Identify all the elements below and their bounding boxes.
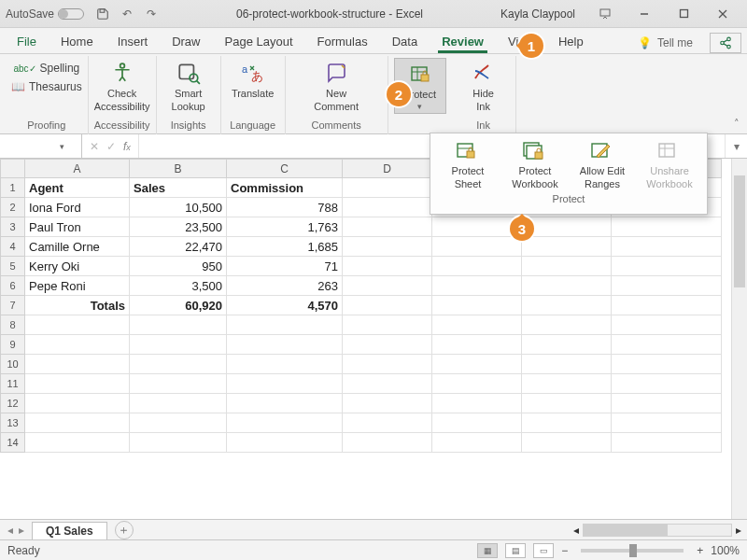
zoom-out-icon[interactable]: − <box>561 544 568 557</box>
spelling-button[interactable]: abc✓ Spelling <box>13 62 79 75</box>
cancel-formula-icon[interactable]: ✕ <box>90 140 99 153</box>
cell[interactable]: Iona Ford <box>25 198 130 217</box>
cell[interactable]: 263 <box>227 276 343 296</box>
cell[interactable] <box>612 237 722 257</box>
protect-sheet-button[interactable]: ProtectSheet <box>437 139 499 189</box>
redo-icon[interactable]: ↷ <box>144 7 159 21</box>
cell[interactable] <box>432 257 522 276</box>
cell[interactable] <box>522 296 612 315</box>
cell[interactable]: 950 <box>130 257 227 276</box>
cell[interactable] <box>227 355 343 374</box>
tab-file[interactable]: File <box>6 29 48 53</box>
maximize-icon[interactable] <box>665 1 702 27</box>
tab-draw[interactable]: Draw <box>161 29 211 53</box>
protect-workbook-button[interactable]: ProtectWorkbook <box>504 139 566 189</box>
cell[interactable] <box>612 296 722 315</box>
col-header-B[interactable]: B <box>130 160 227 178</box>
cell[interactable] <box>343 413 432 433</box>
cell[interactable] <box>343 237 432 257</box>
cell[interactable] <box>227 394 343 413</box>
autosave-toggle[interactable]: AutoSave <box>6 7 84 21</box>
save-icon[interactable] <box>95 7 110 21</box>
cell[interactable] <box>522 217 612 237</box>
cell[interactable]: 23,500 <box>130 217 227 237</box>
sheet-nav-next-icon[interactable]: ▸ <box>19 524 24 537</box>
cell[interactable] <box>343 178 432 198</box>
cell[interactable] <box>522 335 612 355</box>
cell[interactable] <box>612 335 722 355</box>
view-page-break-icon[interactable]: ▭ <box>533 543 554 558</box>
cell[interactable] <box>522 276 612 296</box>
autosave-switch-icon[interactable] <box>58 8 84 20</box>
cell[interactable] <box>612 374 722 394</box>
cell[interactable] <box>612 217 722 237</box>
cell[interactable] <box>25 374 130 394</box>
cell[interactable] <box>130 335 227 355</box>
cell[interactable] <box>343 217 432 237</box>
hscroll-left-icon[interactable]: ◂ <box>573 524 579 537</box>
cell[interactable] <box>130 374 227 394</box>
cell[interactable] <box>432 335 522 355</box>
cell[interactable] <box>227 335 343 355</box>
row-header[interactable]: 12 <box>1 394 25 413</box>
cell[interactable]: 1,763 <box>227 217 343 237</box>
cell[interactable] <box>343 355 432 374</box>
tab-home[interactable]: Home <box>49 29 105 53</box>
tab-data[interactable]: Data <box>381 29 429 53</box>
cell[interactable] <box>432 374 522 394</box>
row-header[interactable]: 7 <box>1 296 25 315</box>
cell[interactable] <box>130 394 227 413</box>
collapse-ribbon-icon[interactable]: ˄ <box>734 118 740 130</box>
share-button[interactable] <box>710 33 741 53</box>
cell[interactable] <box>25 315 130 335</box>
cell[interactable] <box>432 296 522 315</box>
expand-formula-bar-icon[interactable]: ▾ <box>725 134 747 158</box>
row-header[interactable]: 1 <box>1 178 25 198</box>
tab-review[interactable]: Review <box>430 29 495 53</box>
row-header[interactable]: 6 <box>1 276 25 296</box>
smart-lookup-button[interactable]: Smart Lookup <box>162 58 215 112</box>
cell[interactable] <box>612 315 722 335</box>
cell[interactable]: Paul Tron <box>25 217 130 237</box>
cell[interactable] <box>522 374 612 394</box>
cell[interactable] <box>343 296 432 315</box>
cell[interactable]: 3,500 <box>130 276 227 296</box>
cell[interactable]: 4,570 <box>227 296 343 315</box>
cell[interactable] <box>25 355 130 374</box>
cell[interactable] <box>432 237 522 257</box>
row-header[interactable]: 14 <box>1 433 25 453</box>
close-icon[interactable] <box>704 1 741 27</box>
add-sheet-button[interactable]: ＋ <box>115 521 134 539</box>
cell[interactable] <box>612 433 722 453</box>
cell[interactable] <box>522 355 612 374</box>
cell[interactable] <box>432 355 522 374</box>
zoom-in-icon[interactable]: + <box>697 544 703 557</box>
cell[interactable] <box>130 355 227 374</box>
cell[interactable] <box>130 413 227 433</box>
view-page-layout-icon[interactable]: ▤ <box>505 543 526 558</box>
name-box-input[interactable] <box>6 140 52 153</box>
cell[interactable] <box>432 394 522 413</box>
cell[interactable] <box>432 433 522 453</box>
signed-in-user[interactable]: Kayla Claypool <box>500 7 575 21</box>
row-header[interactable]: 2 <box>1 198 25 217</box>
vertical-scrollbar[interactable] <box>731 159 747 519</box>
col-header-A[interactable]: A <box>25 160 130 178</box>
cell[interactable]: Agent <box>25 178 130 198</box>
chevron-down-icon[interactable]: ▾ <box>60 142 64 151</box>
cell[interactable] <box>227 413 343 433</box>
cell[interactable]: 60,920 <box>130 296 227 315</box>
fx-icon[interactable]: fx <box>123 140 131 153</box>
cell[interactable] <box>522 257 612 276</box>
cell[interactable] <box>343 433 432 453</box>
cell[interactable] <box>343 315 432 335</box>
cell[interactable] <box>130 433 227 453</box>
cell[interactable]: 1,685 <box>227 237 343 257</box>
cell[interactable]: 71 <box>227 257 343 276</box>
sheet-tab-q1-sales[interactable]: Q1 Sales <box>32 522 107 539</box>
zoom-slider[interactable] <box>581 549 684 553</box>
scrollbar-thumb[interactable] <box>734 175 745 287</box>
cell[interactable]: 788 <box>227 198 343 217</box>
cell[interactable] <box>25 394 130 413</box>
cell[interactable] <box>522 413 612 433</box>
